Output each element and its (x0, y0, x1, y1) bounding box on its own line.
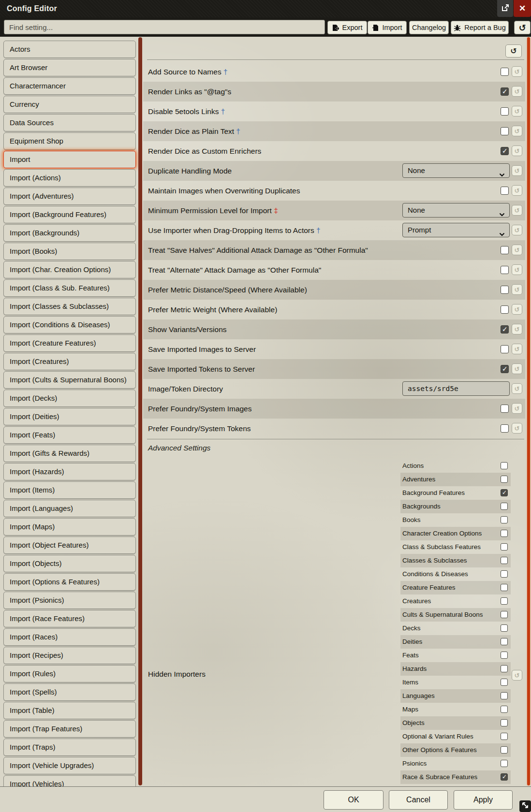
sidebar-item-equipment-shop[interactable]: Equipment Shop (3, 132, 136, 150)
sidebar-item-import-char-creation-options[interactable]: Import (Char. Creation Options) (3, 261, 136, 278)
export-button[interactable]: Export (327, 21, 367, 34)
sidebar-item-import-traps[interactable]: Import (Traps) (3, 739, 136, 756)
checkbox-checked[interactable] (501, 325, 509, 334)
row-reset-button[interactable]: ↺ (512, 145, 522, 156)
main-scrollbar[interactable] (527, 37, 530, 785)
checkbox-unchecked[interactable] (501, 624, 508, 632)
select-use-importer-when-drag-dropping-items-to-actors[interactable]: Prompt (402, 223, 510, 237)
checkbox-unchecked[interactable] (501, 462, 508, 469)
row-reset-button[interactable]: ↺ (512, 304, 522, 315)
checkbox-unchecked[interactable] (501, 127, 509, 135)
checkbox-checked[interactable] (501, 87, 509, 96)
checkbox-unchecked[interactable] (501, 305, 509, 314)
checkbox-unchecked[interactable] (501, 597, 508, 605)
sidebar-item-actors[interactable]: Actors (3, 41, 136, 58)
checkbox-unchecked[interactable] (501, 516, 508, 523)
sidebar-item-data-sources[interactable]: Data Sources (3, 114, 136, 131)
row-reset-button[interactable]: ↺ (512, 126, 522, 136)
sidebar-item-import-class-sub-features[interactable]: Import (Class & Sub. Features) (3, 279, 136, 297)
report-bug-button[interactable]: Report a Bug (451, 21, 509, 34)
cancel-button[interactable]: Cancel (389, 790, 448, 810)
toolbar-reset-button[interactable]: ↺ (514, 21, 531, 34)
directory-input[interactable]: assets/srd5e (402, 381, 510, 396)
changelog-button[interactable]: Changelog (409, 21, 449, 34)
popout-button[interactable] (497, 0, 513, 17)
sidebar-item-import-options-features[interactable]: Import (Options & Features) (3, 573, 136, 591)
checkbox-unchecked[interactable] (501, 246, 509, 254)
row-reset-button[interactable]: ↺ (512, 225, 522, 235)
row-reset-button[interactable]: ↺ (512, 383, 522, 394)
row-reset-button[interactable]: ↺ (512, 284, 522, 295)
select-minimum-permission-level-for-import[interactable]: None (402, 203, 510, 218)
row-reset-button[interactable]: ↺ (512, 106, 522, 116)
checkbox-unchecked[interactable] (501, 584, 508, 591)
select-duplicate-handling-mode[interactable]: None (402, 163, 510, 178)
checkbox-checked[interactable] (501, 489, 508, 496)
titlebar[interactable]: Config Editor ✕ (0, 0, 531, 17)
checkbox-unchecked[interactable] (501, 692, 508, 699)
sidebar-item-import-table[interactable]: Import (Table) (3, 702, 136, 719)
checkbox-unchecked[interactable] (501, 266, 509, 274)
sidebar-item-import-races[interactable]: Import (Races) (3, 628, 136, 646)
import-button[interactable]: Import (368, 21, 407, 34)
sidebar-item-import-race-features[interactable]: Import (Race Features) (3, 610, 136, 627)
sidebar-item-import-objects[interactable]: Import (Objects) (3, 555, 136, 572)
checkbox-unchecked[interactable] (501, 68, 509, 76)
checkbox-unchecked[interactable] (501, 345, 509, 353)
sidebar-item-import-classes-subclasses[interactable]: Import (Classes & Subclasses) (3, 298, 136, 315)
sidebar-item-import-actions[interactable]: Import (Actions) (3, 169, 136, 187)
checkbox-unchecked[interactable] (501, 652, 508, 659)
checkbox-unchecked[interactable] (501, 187, 509, 195)
sidebar-item-import-decks[interactable]: Import (Decks) (3, 390, 136, 407)
panel-reset-button[interactable]: ↺ (505, 44, 522, 58)
sidebar-item-import-items[interactable]: Import (Items) (3, 481, 136, 499)
sidebar-item-import-deities[interactable]: Import (Deities) (3, 408, 136, 425)
checkbox-unchecked[interactable] (501, 503, 508, 510)
sidebar-item-import-gifts-rewards[interactable]: Import (Gifts & Rewards) (3, 445, 136, 462)
checkbox-checked[interactable] (501, 365, 509, 373)
row-reset-button[interactable]: ↺ (512, 324, 522, 334)
sidebar-item-import-maps[interactable]: Import (Maps) (3, 518, 136, 536)
sidebar-item-import-rules[interactable]: Import (Rules) (3, 665, 136, 682)
checkbox-unchecked[interactable] (501, 476, 508, 483)
sidebar-item-import[interactable]: Import (3, 151, 136, 168)
checkbox-unchecked[interactable] (501, 107, 509, 116)
sidebar-item-import-spells[interactable]: Import (Spells) (3, 683, 136, 701)
checkbox-unchecked[interactable] (501, 746, 508, 754)
sidebar-item-charactermancer[interactable]: Charactermancer (3, 77, 136, 95)
checkbox-checked[interactable] (501, 773, 508, 781)
checkbox-unchecked[interactable] (501, 706, 508, 713)
sidebar-item-import-cults-supernatural-boons[interactable]: Import (Cults & Supernatural Boons) (3, 371, 136, 389)
row-reset-button[interactable]: ↺ (512, 86, 522, 97)
sidebar-item-import-books[interactable]: Import (Books) (3, 243, 136, 260)
row-reset-button[interactable]: ↺ (512, 264, 522, 275)
sidebar-item-import-conditions-diseases[interactable]: Import (Conditions & Diseases) (3, 316, 136, 334)
ok-button[interactable]: OK (324, 790, 384, 810)
sidebar-item-import-backgrounds[interactable]: Import (Backgrounds) (3, 224, 136, 242)
checkbox-unchecked[interactable] (501, 570, 508, 578)
sidebar-item-import-creature-features[interactable]: Import (Creature Features) (3, 334, 136, 352)
sidebar-item-import-hazards[interactable]: Import (Hazards) (3, 463, 136, 480)
sidebar-item-import-recipes[interactable]: Import (Recipes) (3, 647, 136, 664)
checkbox-unchecked[interactable] (501, 543, 508, 551)
resize-handle[interactable] (519, 800, 531, 812)
checkbox-unchecked[interactable] (501, 679, 508, 686)
sidebar-item-import-vehicles[interactable]: Import (Vehicles) (3, 775, 136, 786)
checkbox-unchecked[interactable] (501, 530, 508, 537)
checkbox-unchecked[interactable] (501, 719, 508, 726)
sidebar-item-import-background-features[interactable]: Import (Background Features) (3, 206, 136, 223)
checkbox-unchecked[interactable] (501, 611, 508, 618)
row-reset-button[interactable]: ↺ (512, 66, 522, 77)
sidebar-item-import-feats[interactable]: Import (Feats) (3, 426, 136, 444)
sidebar-scrollbar[interactable] (138, 37, 142, 785)
sidebar-item-import-adventures[interactable]: Import (Adventures) (3, 188, 136, 205)
sidebar-item-import-languages[interactable]: Import (Languages) (3, 500, 136, 517)
sidebar-item-currency[interactable]: Currency (3, 96, 136, 113)
checkbox-unchecked[interactable] (501, 557, 508, 564)
apply-button[interactable]: Apply (454, 790, 513, 810)
sidebar-item-import-trap-features[interactable]: Import (Trap Features) (3, 720, 136, 738)
row-reset-button[interactable]: ↺ (512, 423, 522, 434)
checkbox-unchecked[interactable] (501, 733, 508, 740)
checkbox-unchecked[interactable] (501, 760, 508, 767)
row-reset-button[interactable]: ↺ (512, 165, 522, 176)
